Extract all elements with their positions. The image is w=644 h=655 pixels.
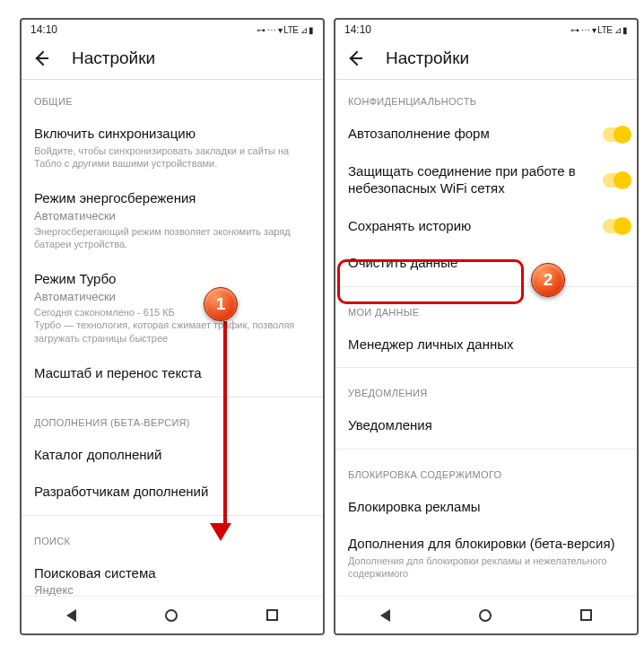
item-addons-catalog[interactable]: Каталог дополнений (34, 437, 310, 475)
item-power-mode[interactable]: Режим энергосбережения Автоматически Эне… (34, 180, 310, 261)
app-bar: Настройки (22, 39, 323, 80)
item-turbo-mode[interactable]: Режим Турбо Автоматически Сегодня сэконо… (34, 261, 310, 355)
item-block-addons[interactable]: Дополнения для блокировки (бета-версия) … (348, 526, 624, 590)
toggle-on-icon[interactable] (603, 173, 630, 188)
section-privacy: КОНФИДЕНЦИАЛЬНОСТЬ (348, 80, 624, 116)
back-arrow-icon[interactable] (348, 50, 364, 66)
item-save-history[interactable]: Сохранять историю (348, 208, 624, 246)
status-bar: 14:10 ⊶ ⋯ ▾ LTE ⊿ ▮ (22, 20, 323, 39)
status-time: 14:10 (30, 23, 57, 36)
section-addons: ДОПОЛНЕНИЯ (БЕТА-ВЕРСИЯ) (34, 401, 310, 437)
phone-screen-left: 14:10 ⊶ ⋯ ▾ LTE ⊿ ▮ Настройки ОБЩИЕ Вклю… (20, 18, 325, 635)
section-search: ПОИСК (34, 520, 310, 555)
status-time: 14:10 (344, 23, 371, 36)
page-title: Настройки (386, 48, 469, 68)
item-addons-dev[interactable]: Разработчикам дополнений (34, 474, 310, 511)
status-icons: ⊶ ⋯ ▾ LTE ⊿ ▮ (257, 25, 314, 35)
app-bar: Настройки (335, 39, 637, 80)
nav-home-icon[interactable] (165, 609, 178, 622)
android-nav-bar (22, 596, 323, 633)
divider (22, 515, 323, 516)
nav-home-icon[interactable] (479, 609, 492, 622)
item-autofill[interactable]: Автозаполнение форм (348, 116, 624, 153)
nav-back-icon[interactable] (380, 609, 390, 622)
item-sync[interactable]: Включить синхронизацию Войдите, чтобы си… (34, 116, 310, 180)
settings-list: КОНФИДЕНЦИАЛЬНОСТЬ Автозаполнение форм З… (335, 80, 637, 590)
annotation-arrow-down-icon (219, 321, 231, 541)
divider (22, 397, 323, 397)
item-zoom-wrap[interactable]: Масштаб и перенос текста (34, 355, 310, 393)
toggle-on-icon[interactable] (603, 219, 630, 233)
annotation-callout-2: 2 (531, 263, 565, 297)
nav-back-icon[interactable] (66, 609, 76, 622)
nav-recent-icon[interactable] (580, 609, 592, 621)
item-adblock[interactable]: Блокировка рекламы (348, 489, 624, 527)
status-bar: 14:10 ⊶ ⋯ ▾ LTE ⊿ ▮ (335, 20, 637, 39)
divider (335, 367, 637, 368)
settings-list: ОБЩИЕ Включить синхронизацию Войдите, чт… (22, 80, 323, 608)
page-title: Настройки (72, 48, 155, 68)
divider (335, 286, 637, 287)
item-wifi-protect[interactable]: Защищать соединение при работе в небезоп… (348, 153, 624, 208)
section-mydata: МОИ ДАННЫЕ (348, 291, 624, 327)
section-notifications: УВЕДОМЛЕНИЯ (348, 371, 624, 407)
nav-recent-icon[interactable] (266, 609, 278, 621)
divider (335, 449, 637, 450)
section-general: ОБЩИЕ (34, 80, 310, 116)
status-icons: ⊶ ⋯ ▾ LTE ⊿ ▮ (570, 25, 628, 35)
section-blocking: БЛОКИРОВКА СОДЕРЖИМОГО (348, 453, 624, 489)
item-clear-data[interactable]: Очистить данные (348, 245, 624, 283)
item-notifications[interactable]: Уведомления (348, 407, 624, 445)
item-personal-data-manager[interactable]: Менеджер личных данных (348, 327, 624, 364)
toggle-on-icon[interactable] (603, 127, 630, 142)
annotation-callout-1: 1 (204, 287, 238, 321)
back-arrow-icon[interactable] (34, 50, 50, 66)
android-nav-bar (335, 596, 637, 633)
phone-screen-right: 14:10 ⊶ ⋯ ▾ LTE ⊿ ▮ Настройки КОНФИДЕНЦИ… (334, 18, 639, 635)
